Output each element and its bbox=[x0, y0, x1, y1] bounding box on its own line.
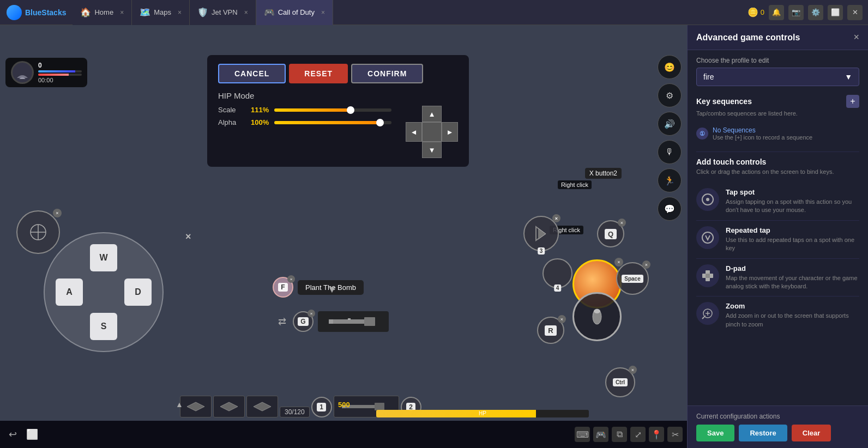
dpad-left[interactable]: ◄ bbox=[406, 122, 422, 142]
notification-btn[interactable]: 🔔 bbox=[769, 5, 784, 20]
no-seq-info: No Sequences Use the [+] icon to record … bbox=[713, 126, 812, 141]
alpha-label: Alpha bbox=[218, 118, 245, 126]
crosshair-close[interactable]: × bbox=[53, 209, 62, 217]
svg-point-15 bbox=[702, 232, 713, 243]
hp-bar: HP bbox=[376, 410, 589, 417]
hp-value: 500 bbox=[338, 401, 350, 409]
gamepad-btn[interactable]: 🎮 bbox=[593, 427, 608, 442]
chat-btn[interactable]: 💬 bbox=[658, 197, 682, 221]
alpha-slider[interactable] bbox=[274, 121, 391, 124]
btn-r-label: R bbox=[545, 325, 556, 336]
profile-value: fire bbox=[703, 72, 714, 81]
dpad-down[interactable]: ▼ bbox=[422, 142, 442, 158]
restore-button[interactable]: Restore bbox=[739, 425, 787, 441]
btn-f[interactable]: × F bbox=[273, 277, 293, 298]
key-s[interactable]: S bbox=[90, 313, 117, 340]
btn-space[interactable]: × Space bbox=[616, 262, 649, 295]
camera-btn[interactable]: 📷 bbox=[788, 5, 804, 20]
settings-game-btn[interactable]: ⚙ bbox=[658, 83, 682, 107]
tab-jetvpn[interactable]: 🛡️ Jet VPN × bbox=[190, 0, 256, 25]
nav-down-arrow: ▼ bbox=[327, 284, 337, 295]
tab-callofduty-close[interactable]: × bbox=[321, 9, 325, 16]
btn-r[interactable]: × R bbox=[537, 317, 564, 344]
clear-button[interactable]: Clear bbox=[792, 425, 831, 441]
ammo-slot: 30/120 bbox=[280, 407, 310, 417]
scissors-btn[interactable]: ✂ bbox=[667, 427, 683, 442]
dpad-desc: Map the movement of your character or th… bbox=[726, 274, 859, 291]
btn-q[interactable]: × Q bbox=[597, 220, 624, 247]
btn-g-label: G bbox=[298, 317, 308, 326]
tab-maps[interactable]: 🗺️ Maps × bbox=[132, 0, 190, 25]
slot-1-label: 1 bbox=[317, 403, 326, 411]
btn-q-close[interactable]: × bbox=[618, 219, 626, 227]
add-touch-desc: Click or drag the actions on the screen … bbox=[696, 168, 859, 175]
dpad-right[interactable]: ► bbox=[442, 122, 458, 142]
btn-3[interactable]: × 3 bbox=[523, 216, 559, 251]
profile-dropdown[interactable]: fire ▼ bbox=[696, 68, 859, 86]
profile-label: Choose the profile to edit bbox=[696, 57, 859, 64]
scale-slider-fill bbox=[274, 108, 351, 112]
btn-4[interactable]: 4 bbox=[542, 258, 572, 288]
map-btn[interactable]: 📍 bbox=[649, 427, 664, 442]
btn-r-close[interactable]: × bbox=[558, 315, 566, 323]
key-a[interactable]: A bbox=[56, 279, 83, 306]
panel-close-btn[interactable]: × bbox=[853, 32, 859, 43]
btn-3-close[interactable]: × bbox=[552, 214, 560, 222]
zoom-info: Zoom Add zoom in or out to the screen th… bbox=[726, 302, 859, 329]
copy-btn[interactable]: ⧉ bbox=[612, 427, 627, 442]
mic-btn[interactable]: 🎙 bbox=[658, 140, 682, 164]
reset-button[interactable]: RESET bbox=[289, 64, 348, 83]
btn-f-label: F bbox=[278, 283, 287, 292]
save-button[interactable]: Save bbox=[696, 425, 734, 441]
expand-btn[interactable]: ⤢ bbox=[630, 427, 646, 442]
back-nav-btn[interactable]: ↩ bbox=[4, 426, 21, 443]
tab-jetvpn-close[interactable]: × bbox=[244, 9, 248, 16]
tab-home[interactable]: 🏠 Home × bbox=[73, 0, 132, 25]
tap-spot-icon bbox=[696, 188, 719, 211]
crosshair-btn[interactable]: × bbox=[16, 210, 60, 254]
run-btn[interactable]: 🏃 bbox=[658, 168, 682, 192]
dpad-center bbox=[422, 122, 442, 142]
key-w[interactable]: W bbox=[90, 244, 117, 271]
slot-1[interactable]: 1 bbox=[311, 397, 332, 417]
ammo-button[interactable] bbox=[572, 292, 622, 341]
close-window-btn[interactable]: ✕ bbox=[847, 5, 863, 20]
dpad-up[interactable]: ▲ bbox=[422, 106, 442, 122]
btn-ctrl[interactable]: × Ctrl bbox=[605, 367, 635, 397]
btn-ctrl-label: Ctrl bbox=[613, 378, 628, 386]
zoom-title: Zoom bbox=[726, 302, 859, 310]
tab-home-close[interactable]: × bbox=[120, 9, 124, 16]
key-sequences-desc: Tap/combo sequences are listed here. bbox=[696, 110, 859, 117]
tab-maps-close[interactable]: × bbox=[178, 9, 182, 16]
btn-ctrl-close[interactable]: × bbox=[629, 366, 637, 374]
x-button-label: X button2 bbox=[585, 168, 622, 179]
btn-space-close[interactable]: × bbox=[642, 261, 650, 269]
settings-btn[interactable]: ⚙️ bbox=[808, 5, 823, 20]
alpha-slider-thumb[interactable] bbox=[376, 119, 384, 126]
volume-btn[interactable]: 🔊 bbox=[658, 112, 682, 136]
wasd-outer: W A S D bbox=[44, 232, 164, 352]
tab-callofduty-label: Call of Duty bbox=[278, 8, 315, 16]
game-viewport[interactable]: 😊 ⚙ 🔊 🎙 🏃 💬 CANCEL RESET CONFIRM HIP Mod… bbox=[0, 25, 687, 448]
key-d[interactable]: D bbox=[124, 279, 152, 306]
bluestacks-logo: BlueStacks bbox=[0, 5, 73, 20]
tab-callofduty[interactable]: 🎮 Call of Duty × bbox=[256, 0, 333, 25]
btn-f-close[interactable]: × bbox=[287, 275, 295, 283]
maximize-btn[interactable]: ⬜ bbox=[828, 5, 843, 20]
key-sequences-header: Key sequences + bbox=[696, 95, 859, 108]
scale-slider[interactable] bbox=[274, 108, 391, 112]
zoom-item: Zoom Add zoom in or out to the screen th… bbox=[696, 296, 859, 334]
top-bar-right: 🪙 0 🔔 📷 ⚙️ ⬜ ✕ bbox=[742, 5, 868, 20]
emoji-btn[interactable]: 😊 bbox=[658, 55, 682, 79]
svg-rect-8 bbox=[329, 319, 333, 324]
alpha-value: 100% bbox=[251, 118, 269, 126]
btn-g-close[interactable]: × bbox=[308, 310, 315, 317]
home-nav-btn[interactable]: ⬜ bbox=[24, 426, 40, 443]
btn-g[interactable]: × G bbox=[293, 311, 314, 332]
footer-label: Current configuration actions bbox=[696, 413, 859, 420]
add-sequence-btn[interactable]: + bbox=[846, 95, 859, 108]
confirm-button[interactable]: CONFIRM bbox=[351, 64, 423, 83]
cancel-button[interactable]: CANCEL bbox=[218, 64, 286, 83]
keyboard-btn[interactable]: ⌨ bbox=[575, 427, 590, 442]
scale-slider-thumb[interactable] bbox=[347, 106, 354, 114]
